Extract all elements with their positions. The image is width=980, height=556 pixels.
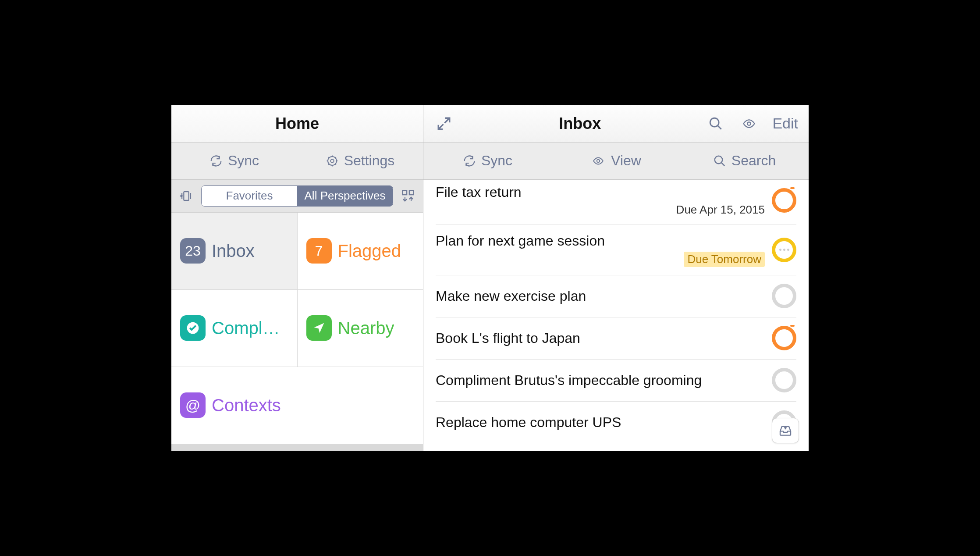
tile-completed[interactable]: Compl… [171,290,297,367]
ellipsis-icon [779,249,789,251]
status-circle[interactable] [772,368,796,392]
new-inbox-item-button[interactable] [772,418,799,443]
left-title: Home [171,105,423,143]
location-icon [306,315,332,341]
sync-icon [209,154,223,168]
task-title: Compliment Brutus's impeccable grooming [436,372,765,388]
tile-flagged[interactable]: 7 Flagged [298,213,423,289]
tile-label: Compl… [212,318,280,338]
task-row[interactable]: Plan for next game session Due Tomorrow [436,225,796,275]
svg-rect-2 [184,192,188,200]
task-title: Replace home computer UPS [436,414,765,431]
tile-label: Contexts [212,396,281,415]
fullscreen-icon[interactable] [434,116,454,131]
task-list: File tax return Due Apr 15, 2015 Plan fo… [423,180,809,451]
sync-button[interactable]: Sync [171,143,297,179]
eye-icon [591,155,606,167]
task-due: Due Tomorrow [684,252,765,267]
svg-point-6 [710,118,719,127]
task-row[interactable]: Book L's flight to Japan [436,317,796,360]
edit-button[interactable]: Edit [772,115,798,132]
settings-label: Settings [344,153,395,169]
search-icon[interactable] [706,116,726,131]
status-circle[interactable] [772,284,796,308]
sync-label: Sync [228,153,259,169]
status-circle-due-soon[interactable] [772,238,796,262]
flagged-count-badge: 7 [306,238,332,264]
reorder-icon[interactable] [399,187,417,205]
right-header: Inbox Edit [423,105,809,143]
svg-rect-3 [402,190,407,195]
tile-contexts[interactable]: @ Contexts [171,367,423,444]
view-label: View [611,153,641,169]
sync-button[interactable]: Sync [423,143,552,179]
gear-icon [326,154,339,168]
tile-inbox[interactable]: 23 Inbox [171,213,297,289]
segment-favorites[interactable]: Favorites [202,186,297,206]
left-pane: Home Sync Settings [171,105,423,451]
task-row[interactable]: Make new exercise plan [436,275,796,317]
perspectives-grid: 23 Inbox 7 Flagged Compl… Nearby @ [171,213,423,451]
task-title: File tax return [436,184,765,200]
right-pane: Inbox Edit Sync View [423,105,809,451]
segment-all-perspectives[interactable]: All Perspectives [297,186,393,206]
status-circle-overdue[interactable] [772,326,796,350]
task-row[interactable]: Compliment Brutus's impeccable grooming [436,360,796,402]
task-title: Plan for next game session [436,233,765,249]
task-due: Due Apr 15, 2015 [436,203,765,217]
task-row[interactable]: Replace home computer UPS [436,402,796,444]
right-title: Inbox [467,114,692,133]
tile-label: Flagged [338,241,401,261]
search-icon [713,154,726,168]
tile-label: Inbox [212,241,255,261]
view-button[interactable]: View [552,143,680,179]
app-window: Home Sync Settings [163,97,817,459]
task-title: Make new exercise plan [436,288,765,304]
left-action-bar: Sync Settings [171,143,423,180]
task-title: Book L's flight to Japan [436,330,765,346]
svg-point-7 [748,122,751,125]
task-row[interactable]: File tax return Due Apr 15, 2015 [436,180,796,225]
inbox-count-badge: 23 [180,238,206,264]
tile-nearby[interactable]: Nearby [298,290,423,367]
svg-point-9 [715,156,723,164]
search-button[interactable]: Search [680,143,809,179]
check-icon [180,315,206,341]
svg-rect-4 [409,190,414,195]
segmented-control: Favorites All Perspectives [201,185,393,207]
add-perspective-icon[interactable] [178,187,195,205]
sync-icon [463,154,476,168]
sync-label: Sync [481,153,512,169]
at-icon: @ [180,392,206,418]
status-circle-overdue[interactable] [772,188,796,213]
eye-icon[interactable] [739,117,759,130]
tile-label: Nearby [338,318,394,338]
settings-button[interactable]: Settings [297,143,423,179]
svg-point-1 [330,159,334,163]
search-label: Search [731,153,776,169]
right-action-bar: Sync View Search [423,143,809,180]
svg-point-8 [597,159,600,162]
segmented-row: Favorites All Perspectives [171,180,423,213]
